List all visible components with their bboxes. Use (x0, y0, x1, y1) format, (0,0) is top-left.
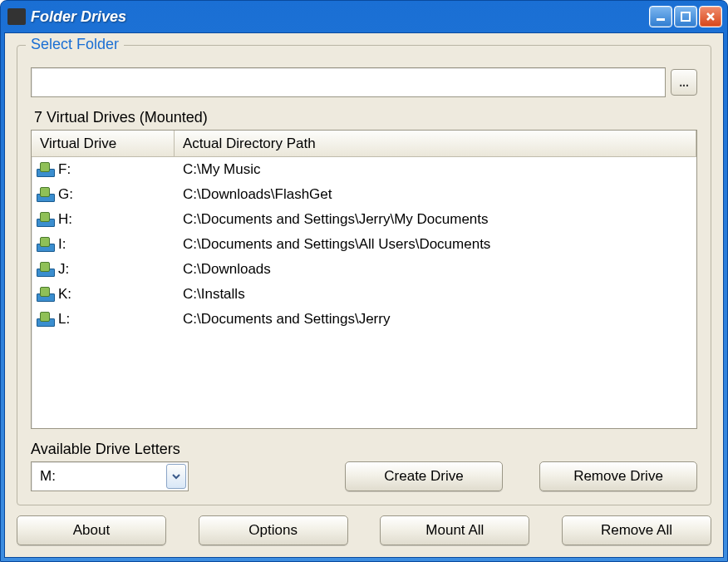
available-drive-label: Available Drive Letters (31, 441, 189, 461)
table-row[interactable]: H:C:\Documents and Settings\Jerry\My Doc… (32, 207, 696, 232)
folder-path-input[interactable] (31, 67, 666, 97)
drives-list: Virtual Drive Actual Directory Path F:C:… (31, 130, 697, 429)
available-drive-combobox[interactable]: M: (31, 461, 189, 491)
drive-letter-cell: H: (32, 211, 175, 228)
drive-icon (37, 262, 53, 277)
drive-icon (37, 287, 53, 302)
drive-path-cell: C:\Downloads (175, 261, 696, 278)
remove-all-button[interactable]: Remove All (562, 515, 711, 545)
maximize-button[interactable] (674, 6, 697, 27)
drive-letter-cell: I: (32, 236, 175, 253)
create-drive-button[interactable]: Create Drive (345, 461, 503, 491)
window-title: Folder Drives (31, 8, 126, 26)
drive-path-cell: C:\Documents and Settings\Jerry (175, 311, 696, 328)
drive-letter-cell: G: (32, 186, 175, 203)
app-window: Folder Drives Select Folder ... 7 Virtua… (0, 0, 728, 562)
browse-button[interactable]: ... (671, 69, 697, 96)
available-drive-section: Available Drive Letters M: (31, 441, 189, 491)
drive-letter: I: (58, 236, 66, 253)
table-row[interactable]: I:C:\Documents and Settings\All Users\Do… (32, 232, 696, 257)
remove-drive-button[interactable]: Remove Drive (539, 461, 697, 491)
drives-list-body[interactable]: F:C:\My MusicG:C:\Downloads\FlashGetH:C:… (32, 157, 696, 428)
drive-icon (37, 312, 53, 327)
svg-rect-1 (681, 12, 690, 21)
combo-arrow-button[interactable] (166, 464, 186, 489)
app-icon (7, 8, 26, 25)
close-button[interactable] (699, 6, 722, 27)
drive-letter: K: (58, 286, 71, 303)
drive-path-cell: C:\My Music (175, 161, 696, 178)
client-area: Select Folder ... 7 Virtual Drives (Moun… (4, 32, 724, 558)
bottom-button-row: About Options Mount All Remove All (17, 515, 711, 545)
drive-letter-cell: K: (32, 286, 175, 303)
drive-letter: F: (58, 161, 71, 178)
drive-icon (37, 187, 53, 202)
folder-path-row: ... (31, 67, 697, 97)
drive-letter-cell: L: (32, 311, 175, 328)
drive-letter: J: (58, 261, 69, 278)
mount-all-button[interactable]: Mount All (380, 515, 529, 545)
maximize-icon (680, 11, 691, 22)
combo-selected-value: M: (40, 468, 56, 485)
column-header-row: Virtual Drive Actual Directory Path (32, 131, 696, 157)
drive-path-cell: C:\Installs (175, 286, 696, 303)
drive-icon (37, 212, 53, 227)
svg-rect-0 (657, 18, 665, 21)
drives-caption: 7 Virtual Drives (Mounted) (31, 107, 697, 130)
minimize-icon (655, 11, 667, 22)
drive-letter: L: (58, 311, 70, 328)
drive-icon (37, 237, 53, 252)
chevron-down-icon (171, 471, 181, 481)
table-row[interactable]: G:C:\Downloads\FlashGet (32, 182, 696, 207)
drive-action-row: Create Drive Remove Drive (345, 461, 697, 491)
titlebar[interactable]: Folder Drives (1, 1, 727, 32)
lower-panel: Available Drive Letters M: Create Drive … (31, 441, 697, 491)
options-button[interactable]: Options (199, 515, 348, 545)
table-row[interactable]: L:C:\Documents and Settings\Jerry (32, 307, 696, 332)
table-row[interactable]: J:C:\Downloads (32, 257, 696, 282)
column-header-virtual-drive[interactable]: Virtual Drive (32, 131, 175, 157)
drive-letter: H: (58, 211, 72, 228)
drive-path-cell: C:\Documents and Settings\Jerry\My Docum… (175, 211, 696, 228)
drive-letter: G: (58, 186, 73, 203)
drive-path-cell: C:\Documents and Settings\All Users\Docu… (175, 236, 696, 253)
drive-letter-cell: J: (32, 261, 175, 278)
close-icon (705, 11, 716, 22)
drive-icon (37, 162, 53, 177)
ellipsis-icon: ... (679, 76, 689, 89)
about-button[interactable]: About (17, 515, 166, 545)
select-folder-group: Select Folder ... 7 Virtual Drives (Moun… (17, 45, 711, 505)
table-row[interactable]: F:C:\My Music (32, 157, 696, 182)
table-row[interactable]: K:C:\Installs (32, 282, 696, 307)
drive-letter-cell: F: (32, 161, 175, 178)
group-legend: Select Folder (26, 36, 124, 53)
drive-path-cell: C:\Downloads\FlashGet (175, 186, 696, 203)
column-header-actual-path[interactable]: Actual Directory Path (175, 131, 696, 157)
minimize-button[interactable] (649, 6, 672, 27)
